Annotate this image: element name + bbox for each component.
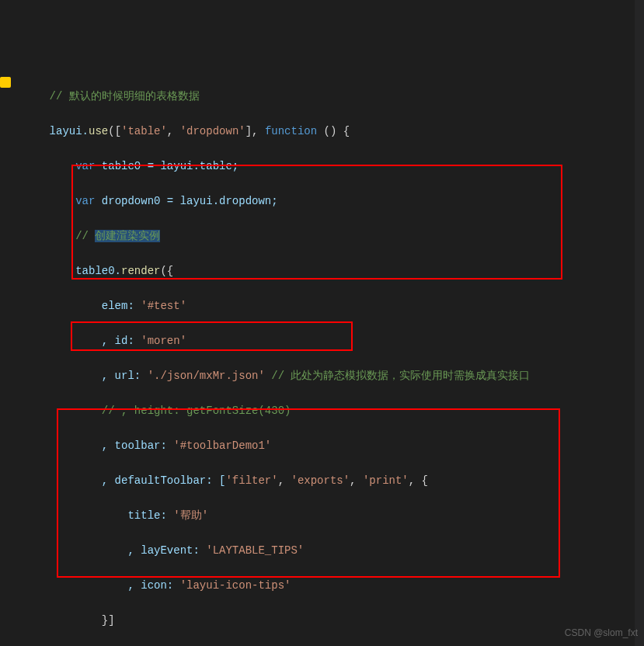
code-line: , id: 'moren' [23, 332, 644, 350]
code-line: layui.use(['table', 'dropdown'], functio… [23, 123, 644, 141]
minimap-edge[interactable] [635, 0, 644, 646]
code-line: // , height: getFontSize(430) [23, 402, 644, 420]
lightbulb-icon[interactable] [0, 77, 11, 88]
code-line: // 创建渲染实例 [23, 227, 644, 245]
code-line: var dropdown0 = layui.dropdown; [23, 193, 644, 210]
code-line: }] [23, 612, 644, 630]
code-line: , toolbar: '#toolbarDemo1' [23, 437, 644, 455]
code-line: , url: './json/mxMr.json' // 此处为静态模拟数据，实… [23, 367, 644, 385]
code-line: elem: '#test' [23, 297, 644, 315]
code-line: , icon: 'layui-icon-tips' [23, 577, 644, 595]
code-line: , defaultToolbar: ['filter', 'exports', … [23, 472, 644, 490]
watermark: CSDN @slom_fxt [565, 624, 638, 642]
code-line: // 默认的时候明细的表格数据 [23, 88, 644, 106]
code-line: , layEvent: 'LAYTABLE_TIPS' [23, 542, 644, 560]
selected-text: 创建渲染实例 [95, 230, 160, 242]
code-line: table0.render({ [23, 262, 644, 280]
code-line: title: '帮助' [23, 507, 644, 525]
code-line: var table0 = layui.table; [23, 158, 644, 175]
code-editor[interactable]: // 默认的时候明细的表格数据 layui.use(['table', 'dro… [0, 70, 644, 646]
